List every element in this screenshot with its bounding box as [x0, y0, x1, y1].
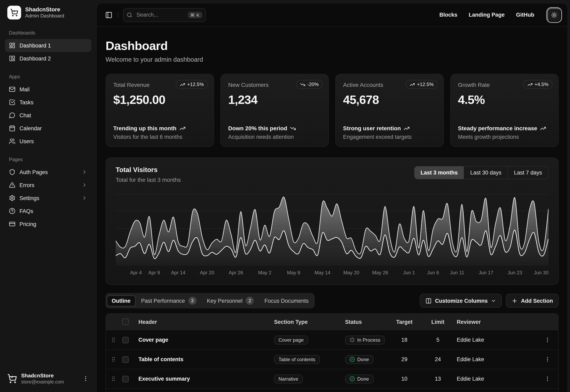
- sidebar-item-calendar[interactable]: Calendar: [5, 122, 91, 135]
- table-tabs: OutlinePast Performance3Key Personnel2Fo…: [106, 293, 315, 308]
- sidebar-item-settings[interactable]: Settings: [5, 192, 91, 205]
- stat-card-footer-title: Down 20% this period: [228, 125, 321, 131]
- row-target[interactable]: 29: [388, 356, 421, 362]
- range-last-7-days[interactable]: Last 7 days: [508, 166, 548, 179]
- sidebar-item-auth-pages[interactable]: Auth Pages: [5, 166, 91, 179]
- table-header-row: HeaderSection TypeStatusTargetLimitRevie…: [106, 314, 558, 330]
- chart-x-axis: Apr 4Apr 9Apr 14Apr 20Apr 26May 2May 8Ma…: [116, 268, 548, 277]
- row-reviewer[interactable]: Eddie Lake: [455, 337, 536, 343]
- sidebar-item-label: Tasks: [19, 99, 33, 105]
- sidebar-toggle-button[interactable]: [103, 9, 114, 20]
- stat-card-footer-title: Trending up this month: [113, 125, 206, 131]
- x-tick-label: Jun 17: [479, 270, 493, 276]
- link-github[interactable]: GitHub: [516, 12, 534, 18]
- footer-kebab-icon[interactable]: [82, 375, 89, 382]
- tab-focus-documents[interactable]: Focus Documents: [260, 295, 314, 306]
- range-last-3-months[interactable]: Last 3 months: [414, 166, 464, 179]
- calendar-icon: [9, 125, 15, 131]
- users-icon: [9, 138, 15, 144]
- row-menu-button[interactable]: [542, 335, 553, 345]
- alert-triangle-icon: [9, 182, 15, 188]
- stat-card-footer-subtitle: Acquisition needs attention: [228, 134, 321, 140]
- stat-card-footer-subtitle: Visitors for the last 6 months: [113, 134, 206, 140]
- x-tick-label: Jun 11: [450, 270, 464, 276]
- content: Dashboard Welcome to your admin dashboar…: [97, 27, 568, 392]
- tab-count-badge: 2: [246, 297, 254, 305]
- row-header[interactable]: Executive summary: [137, 376, 272, 382]
- x-tick-label: Apr 20: [200, 270, 214, 276]
- sidebar-item-tasks[interactable]: Tasks: [5, 96, 91, 109]
- row-checkbox[interactable]: [122, 336, 129, 343]
- brand-name: ShadcnStore: [25, 6, 64, 13]
- customize-columns-button[interactable]: Customize Columns: [420, 294, 502, 308]
- status-badge: Done: [345, 374, 373, 383]
- sidebar-item-chat[interactable]: Chat: [5, 109, 91, 122]
- theme-toggle-button[interactable]: [547, 8, 561, 22]
- kebab-icon: [544, 356, 550, 362]
- sidebar-item-users[interactable]: Users: [5, 135, 91, 148]
- sun-icon: [551, 12, 557, 18]
- stat-trend-badge: -20%: [296, 80, 323, 89]
- columns-icon: [426, 298, 432, 304]
- drag-handle-icon[interactable]: [110, 356, 116, 362]
- row-reviewer[interactable]: Eddie Lake: [455, 356, 536, 362]
- brand[interactable]: ShadcnStore Admin Dashboard: [5, 4, 91, 21]
- search-input[interactable]: ⌘ K: [123, 8, 206, 22]
- row-header[interactable]: Cover page: [137, 337, 272, 343]
- row-checkbox[interactable]: [122, 356, 129, 363]
- x-tick-label: May 8: [287, 270, 300, 276]
- chat-icon: [9, 112, 15, 118]
- stat-trend-badge: +12.5%: [406, 80, 438, 89]
- row-header[interactable]: Table of contents: [137, 356, 272, 362]
- row-target[interactable]: 18: [388, 337, 421, 343]
- search-field[interactable]: [136, 11, 176, 18]
- stat-card-value: 45,678: [343, 93, 436, 107]
- range-last-30-days[interactable]: Last 30 days: [464, 166, 508, 179]
- mail-icon: [9, 86, 15, 93]
- loader-icon: [350, 337, 355, 342]
- tab-outline[interactable]: Outline: [107, 295, 135, 306]
- sidebar-item-label: Mail: [19, 86, 30, 92]
- status-badge: Done: [345, 355, 373, 364]
- sidebar-item-dashboard-1[interactable]: Dashboard 1: [5, 39, 91, 52]
- row-menu-button[interactable]: [542, 374, 553, 384]
- row-limit[interactable]: 5: [421, 337, 455, 343]
- stat-trend-badge: +4.5%: [523, 80, 553, 89]
- table-toolbar: OutlinePast Performance3Key Personnel2Fo…: [106, 293, 559, 308]
- stat-card-value: 1,234: [228, 93, 321, 107]
- sidebar-item-pricing[interactable]: Pricing: [5, 218, 91, 230]
- row-limit[interactable]: 13: [421, 376, 455, 382]
- add-section-button[interactable]: Add Section: [506, 294, 559, 308]
- drag-handle-icon[interactable]: [110, 337, 116, 343]
- sidebar-item-errors[interactable]: Errors: [5, 179, 91, 192]
- row-menu-button[interactable]: [542, 354, 553, 364]
- app-root: ShadcnStore Admin Dashboard DashboardsDa…: [0, 0, 570, 392]
- nav-group: PagesAuth PagesErrorsSettingsFAQsPricing: [5, 157, 91, 230]
- page-subtitle: Welcome to your admin dashboard: [106, 56, 559, 63]
- tab-key-personnel[interactable]: Key Personnel2: [202, 294, 259, 307]
- trend-up-icon: [180, 82, 185, 87]
- x-tick-label: Jun 30: [534, 270, 548, 276]
- stat-card-value: $1,250.00: [113, 93, 206, 107]
- trend-up-icon: [410, 82, 415, 87]
- nav-group-label: Dashboards: [5, 30, 91, 36]
- layout-panels-icon: [9, 55, 15, 62]
- row-target[interactable]: 10: [388, 376, 421, 382]
- tab-count-badge: 3: [188, 297, 196, 305]
- gear-icon: [9, 195, 15, 201]
- sidebar-footer-user[interactable]: ShadcnStore store@example.com: [4, 369, 92, 388]
- row-checkbox[interactable]: [122, 376, 129, 382]
- cart-icon: [7, 374, 17, 383]
- drag-handle-icon[interactable]: [110, 376, 116, 382]
- select-all-checkbox[interactable]: [122, 319, 129, 325]
- link-blocks[interactable]: Blocks: [439, 12, 457, 18]
- sidebar-item-mail[interactable]: Mail: [5, 83, 91, 96]
- stat-trend-badge: +12.5%: [176, 80, 208, 89]
- sidebar-item-faqs[interactable]: FAQs: [5, 205, 91, 218]
- row-limit[interactable]: 24: [421, 356, 455, 362]
- row-reviewer[interactable]: Eddie Lake: [455, 376, 536, 382]
- link-landing-page[interactable]: Landing Page: [469, 12, 505, 18]
- tab-past-performance[interactable]: Past Performance3: [136, 294, 201, 307]
- sidebar-item-dashboard-2[interactable]: Dashboard 2: [5, 52, 91, 65]
- trend-up-icon: [540, 125, 546, 131]
